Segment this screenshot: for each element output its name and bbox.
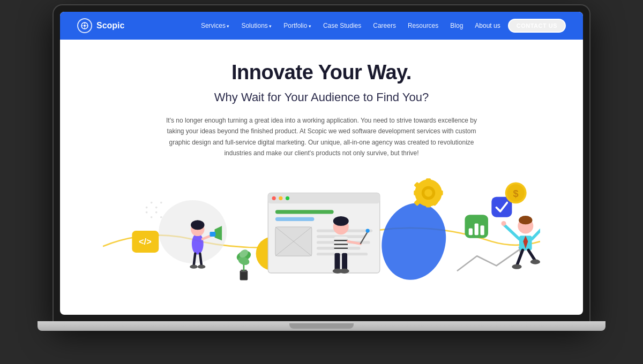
nav-portfolio[interactable]: Portfolio — [279, 20, 316, 32]
svg-rect-27 — [240, 270, 248, 280]
svg-line-92 — [528, 250, 535, 261]
svg-rect-77 — [480, 225, 484, 235]
svg-point-89 — [501, 221, 506, 226]
svg-point-54 — [333, 216, 349, 225]
svg-point-10 — [146, 211, 148, 213]
svg-point-7 — [151, 201, 153, 203]
svg-point-94 — [530, 259, 540, 264]
svg-text:</>: </> — [139, 237, 152, 246]
svg-point-17 — [192, 233, 204, 254]
svg-point-11 — [151, 216, 153, 218]
svg-rect-76 — [475, 223, 478, 235]
nav-solutions[interactable]: Solutions — [237, 20, 276, 32]
svg-point-86 — [519, 216, 532, 224]
svg-point-36 — [272, 196, 276, 200]
svg-point-38 — [286, 196, 289, 200]
hero-subtitle: Why Wait for Your Audience to Find You? — [214, 90, 429, 104]
svg-rect-49 — [334, 237, 348, 254]
svg-point-65 — [424, 189, 432, 197]
hero-illustration: </> — [103, 170, 540, 315]
svg-rect-59 — [342, 253, 347, 270]
site-logo[interactable]: Scopic — [77, 18, 124, 33]
site-navigation: Scopic Services Solutions Portfolio Case… — [60, 12, 583, 40]
hero-title: Innovate Your Way. — [231, 61, 412, 84]
svg-rect-75 — [469, 228, 473, 235]
hero-section: Innovate Your Way. Why Wait for Your Aud… — [60, 40, 583, 315]
laptop-base — [38, 321, 605, 331]
svg-rect-22 — [210, 231, 215, 236]
svg-point-8 — [155, 206, 158, 208]
svg-rect-68 — [414, 190, 420, 195]
svg-point-12 — [155, 211, 158, 213]
nav-links: Services Solutions Portfolio Case Studie… — [197, 19, 566, 33]
svg-point-37 — [279, 196, 282, 200]
svg-line-87 — [504, 224, 519, 239]
laptop-screen-outer: Scopic Services Solutions Portfolio Case… — [54, 5, 589, 321]
nav-blog[interactable]: Blog — [446, 20, 467, 32]
svg-rect-69 — [437, 190, 443, 195]
logo-icon — [77, 18, 92, 33]
svg-point-13 — [160, 216, 162, 218]
svg-point-62 — [373, 195, 454, 287]
nav-case-studies[interactable]: Case Studies — [319, 20, 365, 32]
svg-rect-40 — [275, 217, 315, 221]
nav-about[interactable]: About us — [470, 20, 504, 32]
svg-point-1 — [84, 25, 86, 27]
laptop-wrapper: Scopic Services Solutions Portfolio Case… — [27, 5, 616, 359]
contact-us-button[interactable]: CONTACT US — [508, 19, 566, 33]
svg-point-19 — [191, 220, 204, 230]
svg-text:$: $ — [513, 188, 519, 199]
svg-rect-67 — [426, 201, 431, 207]
nav-resources[interactable]: Resources — [403, 20, 443, 32]
logo-text: Scopic — [96, 21, 124, 31]
svg-point-25 — [190, 264, 198, 268]
svg-point-57 — [366, 229, 370, 232]
svg-line-23 — [194, 253, 196, 266]
svg-rect-35 — [268, 193, 380, 203]
hero-body-text: It's no longer enough turning a great id… — [166, 115, 477, 159]
svg-rect-58 — [334, 253, 340, 270]
svg-rect-39 — [275, 210, 334, 214]
svg-point-6 — [146, 206, 148, 208]
nav-careers[interactable]: Careers — [369, 20, 400, 32]
svg-point-26 — [198, 264, 206, 268]
svg-rect-66 — [426, 178, 431, 184]
svg-point-9 — [160, 201, 162, 203]
svg-point-93 — [512, 264, 521, 269]
laptop-notch — [289, 323, 354, 329]
nav-services[interactable]: Services — [197, 20, 234, 32]
svg-point-61 — [340, 268, 349, 273]
svg-line-24 — [200, 253, 201, 266]
laptop-screen: Scopic Services Solutions Portfolio Case… — [60, 12, 583, 315]
